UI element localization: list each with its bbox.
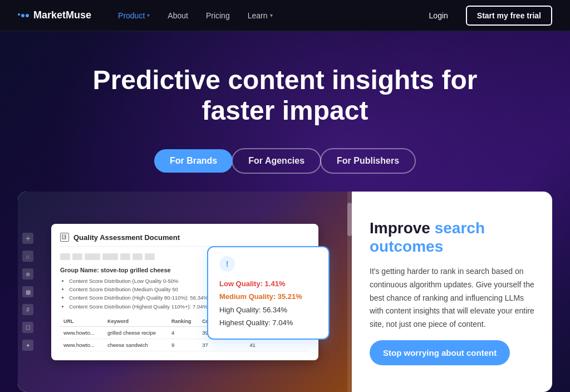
logo[interactable]: MarketMuse [18, 9, 91, 21]
col-keyword: Keyword [104, 316, 168, 327]
svg-rect-0 [62, 234, 66, 239]
popup-row-low: Low Quality: 1.41% [219, 277, 317, 290]
doc-mockup: Quality Assessment Document Group Name: … [51, 224, 318, 360]
title-plain: Improve [370, 219, 435, 237]
sidebar-star-icon: ✦ [22, 340, 33, 351]
card-right-title: Improve search outcomes [370, 219, 534, 256]
sidebar-move-icon: ✛ [22, 233, 33, 244]
nav-pricing[interactable]: Pricing [197, 0, 239, 31]
login-button[interactable]: Login [420, 7, 457, 24]
hero-card: ✛ ⌂ ⊕ ▦ # ☐ ✦ Quality Assessment Documen… [18, 192, 552, 392]
tab-brands[interactable]: For Brands [154, 149, 233, 173]
tab-publishers[interactable]: For Publishers [320, 148, 416, 174]
trial-button[interactable]: Start my free trial [466, 6, 552, 26]
cell-keyword-2: cheese sandwich [104, 339, 168, 351]
doc-file-icon [60, 233, 69, 242]
scrollbar[interactable] [347, 192, 352, 392]
toolbar-btn-4 [102, 253, 118, 260]
toolbar-btn-7 [145, 253, 155, 260]
popup-exclaim-icon: ! [219, 256, 235, 272]
cell-score-2: 37 [199, 339, 246, 351]
cell-keyword-1: grilled cheese recipe [104, 326, 168, 339]
nav-product[interactable]: Product ▾ [109, 0, 159, 31]
nav-learn[interactable]: Learn ▾ [239, 0, 282, 31]
learn-chevron-icon: ▾ [270, 12, 273, 18]
cell-target-2: 41 [246, 339, 309, 351]
popup-row-medium: Medium Quality: 35.21% [219, 290, 317, 303]
toolbar-btn-1 [60, 253, 70, 260]
cta-button[interactable]: Stop worrying about content [370, 340, 510, 365]
navbar: MarketMuse Product ▾ About Pricing Learn… [0, 0, 570, 31]
popup-row-high: High Quality: 56.34% [219, 303, 317, 316]
sidebar-zoom-icon: ⊕ [22, 268, 33, 280]
toolbar-btn-6 [132, 253, 142, 260]
nav-links: Product ▾ About Pricing Learn ▾ [109, 0, 420, 31]
tab-agencies[interactable]: For Agencies [232, 148, 321, 174]
cell-url-1: www.howto... [60, 326, 104, 339]
logo-icon [18, 14, 29, 17]
col-ranking: Ranking [168, 316, 199, 327]
toolbar-btn-3 [85, 253, 100, 260]
card-right-description: It's getting harder to rank in search ba… [370, 265, 534, 331]
popup-row-highest: Highest Quality: 7.04% [219, 316, 317, 329]
toolbar-btn-2 [72, 253, 82, 260]
sidebar-tag-icon: # [22, 304, 33, 315]
toolbar-btn-5 [120, 253, 130, 260]
doc-title: Quality Assessment Document [73, 233, 180, 242]
nav-actions: Login Start my free trial [420, 6, 552, 26]
cell-ranking-1: 4 [168, 326, 199, 339]
hero-section: Predictive content insights for faster i… [0, 31, 570, 392]
hero-title: Predictive content insights for faster i… [90, 65, 480, 126]
card-left-panel: ✛ ⌂ ⊕ ▦ # ☐ ✦ Quality Assessment Documen… [18, 192, 352, 392]
doc-header: Quality Assessment Document [60, 233, 309, 247]
hero-tabs: For Brands For Agencies For Publishers [154, 148, 416, 174]
table-row: www.howto... cheese sandwich 9 37 41 [60, 339, 309, 351]
col-url: URL [60, 316, 104, 327]
sidebar-box-icon: ☐ [22, 322, 33, 333]
sidebar-chart-icon: ▦ [22, 286, 33, 297]
card-right-panel: Improve search outcomes It's getting har… [352, 192, 552, 392]
nav-about[interactable]: About [159, 0, 197, 31]
scroll-thumb [347, 203, 352, 236]
product-chevron-icon: ▾ [147, 12, 150, 18]
cell-url-2: www.howto... [60, 339, 104, 351]
logo-text: MarketMuse [33, 9, 91, 21]
quality-popup: ! Low Quality: 1.41% Medium Quality: 35.… [207, 246, 330, 340]
cell-ranking-2: 9 [168, 339, 199, 351]
sidebar-home-icon: ⌂ [22, 251, 33, 262]
doc-sidebar: ✛ ⌂ ⊕ ▦ # ☐ ✦ [22, 233, 33, 351]
